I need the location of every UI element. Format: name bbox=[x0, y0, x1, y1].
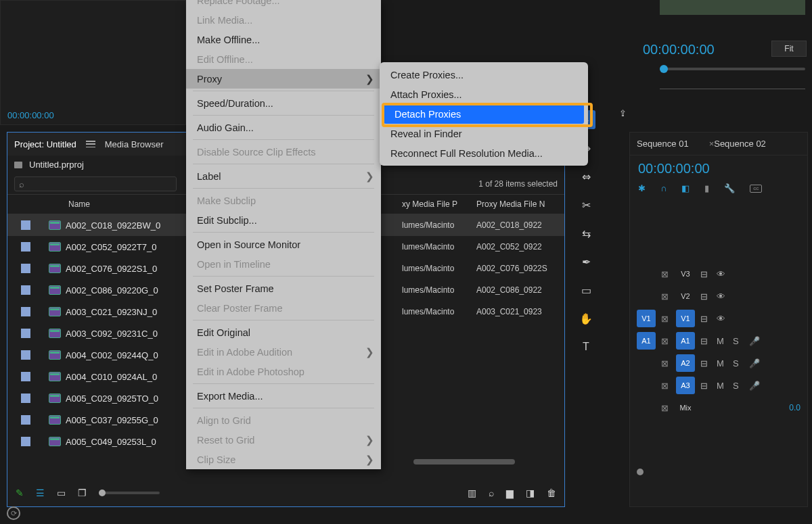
zoom-slider[interactable] bbox=[99, 492, 160, 494]
col-proxy-name[interactable]: Proxy Media File N bbox=[476, 199, 564, 209]
toggle-output-icon[interactable]: 👁 bbox=[717, 314, 727, 324]
col-proxy-path[interactable]: xy Media File P bbox=[402, 199, 476, 209]
menu-export-media[interactable]: Export Media... bbox=[186, 386, 381, 406]
source-patch[interactable]: V1 bbox=[637, 310, 656, 327]
label-color[interactable] bbox=[21, 415, 30, 425]
menu-audio-gain[interactable]: Audio Gain... bbox=[186, 118, 381, 137]
type-tool[interactable]: T bbox=[577, 337, 595, 356]
lock-icon[interactable]: ⊠ bbox=[661, 291, 671, 302]
track-target[interactable]: A3 bbox=[676, 377, 695, 394]
menu-proxy[interactable]: Proxy❯ bbox=[186, 69, 381, 89]
razor-tool[interactable]: ✂ bbox=[577, 195, 595, 214]
snap-icon[interactable]: ✱ bbox=[638, 183, 646, 193]
menu-make-offline[interactable]: Make Offline... bbox=[186, 30, 381, 49]
solo-button[interactable]: S bbox=[733, 381, 744, 391]
toggle-output-icon[interactable]: 👁 bbox=[717, 291, 727, 302]
submenu-detach-proxies[interactable]: Detach Proxies bbox=[384, 104, 584, 124]
list-view-icon[interactable]: ☰ bbox=[36, 487, 45, 498]
label-color[interactable] bbox=[21, 394, 30, 403]
lock-icon[interactable]: ⊠ bbox=[661, 336, 671, 346]
proxy-submenu: Create Proxies...Attach Proxies...Detach… bbox=[380, 62, 588, 166]
captions-icon[interactable]: cc bbox=[750, 185, 762, 193]
sync-lock-icon[interactable]: ⊟ bbox=[700, 358, 711, 368]
settings-icon[interactable]: 🔧 bbox=[724, 183, 735, 193]
menu-speed-duration[interactable]: Speed/Duration... bbox=[186, 93, 381, 113]
timeline-zoom[interactable] bbox=[637, 469, 644, 475]
linked-selection-icon[interactable]: ◧ bbox=[681, 183, 690, 193]
creative-cloud-icon[interactable]: ⟳ bbox=[7, 506, 20, 520]
export-frame-icon[interactable]: ⇪ bbox=[619, 108, 627, 118]
search-input[interactable]: ⌕ bbox=[14, 176, 177, 191]
program-scrubber[interactable] bbox=[660, 68, 805, 70]
magnet-icon[interactable]: ∩ bbox=[660, 183, 667, 193]
lock-icon[interactable]: ⊠ bbox=[661, 314, 671, 324]
voice-icon[interactable]: 🎤 bbox=[749, 358, 760, 368]
mute-button[interactable]: M bbox=[717, 381, 727, 391]
sync-lock-icon[interactable]: ⊟ bbox=[700, 314, 711, 324]
tab-project[interactable]: Project: Untitled bbox=[14, 139, 76, 149]
clip-icon bbox=[49, 307, 61, 316]
freeform-view-icon[interactable]: ❐ bbox=[78, 487, 87, 498]
menu-open-in-source-monitor[interactable]: Open in Source Monitor bbox=[186, 235, 381, 254]
program-timebar[interactable] bbox=[660, 82, 805, 89]
horizontal-scrollbar[interactable] bbox=[413, 459, 515, 465]
label-color[interactable] bbox=[21, 220, 30, 230]
submenu-reveal-in-finder[interactable]: Reveal in Finder bbox=[380, 124, 588, 143]
mute-button[interactable]: M bbox=[717, 336, 727, 346]
mute-button[interactable]: M bbox=[717, 358, 727, 368]
toggle-output-icon[interactable]: 👁 bbox=[717, 269, 727, 279]
submenu-attach-proxies[interactable]: Attach Proxies... bbox=[380, 85, 588, 104]
label-color[interactable] bbox=[21, 372, 30, 381]
marker-icon[interactable]: ▮ bbox=[704, 183, 709, 193]
lock-icon[interactable]: ⊠ bbox=[661, 381, 671, 391]
menu-set-poster-frame[interactable]: Set Poster Frame bbox=[186, 279, 381, 298]
track-target[interactable]: A1 bbox=[676, 332, 695, 350]
track-target[interactable]: V2 bbox=[676, 287, 695, 305]
label-color[interactable] bbox=[21, 329, 30, 338]
label-color[interactable] bbox=[21, 350, 30, 360]
sync-lock-icon[interactable]: ⊟ bbox=[700, 336, 711, 346]
proxy-name: A002_C052_0922 bbox=[476, 242, 564, 252]
submenu-reconnect-full-resolution-media[interactable]: Reconnect Full Resolution Media... bbox=[380, 143, 588, 163]
label-color[interactable] bbox=[21, 285, 30, 295]
tab-sequence-01[interactable]: Sequence 01 bbox=[637, 139, 689, 149]
lock-icon[interactable]: ⊠ bbox=[661, 358, 671, 368]
sync-lock-icon[interactable]: ⊟ bbox=[700, 381, 711, 391]
menu-edit-original[interactable]: Edit Original bbox=[186, 323, 381, 342]
menu-label[interactable]: Label❯ bbox=[186, 166, 381, 186]
solo-button[interactable]: S bbox=[733, 358, 744, 368]
source-patch[interactable]: A1 bbox=[637, 332, 656, 350]
zoom-fit-dropdown[interactable]: Fit bbox=[771, 41, 807, 57]
track-target[interactable]: V3 bbox=[676, 265, 695, 283]
hand-tool[interactable]: ✋ bbox=[577, 309, 595, 328]
label-color[interactable] bbox=[21, 437, 30, 446]
slip-tool[interactable]: ⇆ bbox=[577, 224, 595, 243]
menu-edit-subclip[interactable]: Edit Subclip... bbox=[186, 210, 381, 230]
label-color[interactable] bbox=[21, 264, 30, 273]
find-icon[interactable]: ⌕ bbox=[489, 487, 494, 498]
ripple-edit-tool[interactable]: ⇔ bbox=[577, 167, 595, 186]
icon-view-icon[interactable]: ▭ bbox=[57, 487, 66, 498]
sort-icon[interactable]: ▥ bbox=[468, 487, 476, 498]
voice-icon[interactable]: 🎤 bbox=[749, 381, 760, 391]
label-color[interactable] bbox=[21, 307, 30, 316]
tab-sequence-02[interactable]: ×Sequence 02 bbox=[704, 139, 766, 149]
track-target[interactable]: V1 bbox=[676, 310, 695, 327]
voice-icon[interactable]: 🎤 bbox=[749, 336, 760, 346]
lock-icon[interactable]: ⊠ bbox=[661, 269, 671, 279]
new-item-icon[interactable]: ◨ bbox=[526, 487, 535, 498]
panel-menu-icon[interactable] bbox=[86, 141, 95, 147]
new-bin-icon[interactable]: ▆ bbox=[506, 487, 514, 498]
trash-icon[interactable]: 🗑 bbox=[547, 487, 556, 498]
tab-media-browser[interactable]: Media Browser bbox=[105, 139, 164, 149]
track-target[interactable]: A2 bbox=[676, 354, 695, 372]
rectangle-tool[interactable]: ▭ bbox=[577, 281, 595, 300]
submenu-create-proxies[interactable]: Create Proxies... bbox=[380, 65, 588, 85]
sync-lock-icon[interactable]: ⊟ bbox=[700, 291, 711, 302]
lock-icon[interactable]: ⊠ bbox=[661, 403, 671, 413]
pencil-icon[interactable]: ✎ bbox=[16, 487, 24, 498]
solo-button[interactable]: S bbox=[733, 336, 744, 346]
pen-tool[interactable]: ✒ bbox=[577, 252, 595, 271]
sync-lock-icon[interactable]: ⊟ bbox=[700, 269, 711, 279]
label-color[interactable] bbox=[21, 242, 30, 252]
